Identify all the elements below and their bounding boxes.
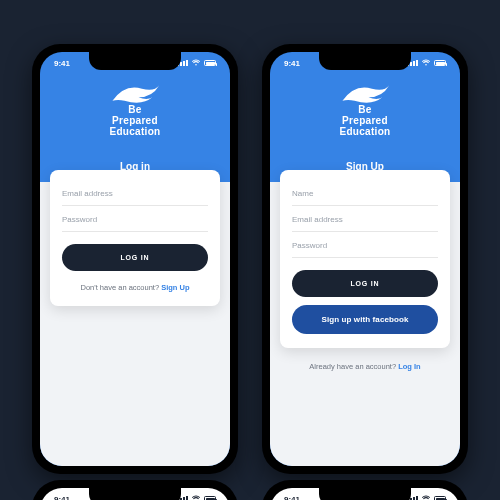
screen-login: 9:41 Be Prepared Education Log in xyxy=(40,52,230,466)
screen-credentials: 9:41 Credentials xyxy=(40,488,230,500)
signup-prompt: Don't have an account? Sign Up xyxy=(62,283,208,292)
battery-icon xyxy=(434,496,446,500)
header-signup: Be Prepared Education Sign Up xyxy=(270,74,460,182)
notch xyxy=(89,488,181,500)
facebook-signup-button[interactable]: Sign up with facebook xyxy=(292,305,438,334)
email-field[interactable]: Email address xyxy=(62,180,208,206)
password-field[interactable]: Password xyxy=(62,206,208,232)
battery-icon xyxy=(434,60,446,66)
status-indicators xyxy=(177,495,216,500)
brand-text: Be Prepared Education xyxy=(109,104,160,137)
notch xyxy=(89,52,181,70)
status-indicators xyxy=(177,59,216,67)
status-time: 9:41 xyxy=(284,495,300,501)
wifi-icon xyxy=(422,59,430,67)
notch xyxy=(319,52,411,70)
phone-credentials-peek: 9:41 Credentials xyxy=(32,480,238,500)
phone-add-credential-peek: 9:41 ✕ Add Credential Save xyxy=(262,480,468,500)
password-field[interactable]: Password xyxy=(292,232,438,258)
screen-signup: 9:41 Be Prepared Education Sign Up xyxy=(270,52,460,466)
wifi-icon xyxy=(192,495,200,500)
login-button[interactable]: LOG IN xyxy=(292,270,438,297)
status-time: 9:41 xyxy=(284,59,300,68)
notch xyxy=(319,488,411,500)
brand-logo: Be Prepared Education xyxy=(108,80,162,137)
phone-login-mock: 9:41 Be Prepared Education Log in xyxy=(32,44,238,474)
signup-link[interactable]: Sign Up xyxy=(161,283,189,292)
status-indicators xyxy=(407,59,446,67)
bird-icon xyxy=(108,80,162,106)
email-field[interactable]: Email address xyxy=(292,206,438,232)
login-button[interactable]: LOG IN xyxy=(62,244,208,271)
login-card: Email address Password LOG IN Don't have… xyxy=(50,170,220,306)
battery-icon xyxy=(204,60,216,66)
bird-icon xyxy=(338,80,392,106)
battery-icon xyxy=(204,496,216,500)
status-time: 9:41 xyxy=(54,495,70,501)
login-link[interactable]: Log In xyxy=(398,362,421,371)
wifi-icon xyxy=(192,59,200,67)
signup-card: Name Email address Password LOG IN Sign … xyxy=(280,170,450,348)
status-indicators xyxy=(407,495,446,500)
login-form-area: Email address Password LOG IN Don't have… xyxy=(40,182,230,466)
brand-logo: Be Prepared Education xyxy=(338,80,392,137)
status-time: 9:41 xyxy=(54,59,70,68)
header-login: Be Prepared Education Log in xyxy=(40,74,230,182)
screen-add-credential: 9:41 ✕ Add Credential Save xyxy=(270,488,460,500)
login-prompt: Already have an account? Log In xyxy=(270,362,460,371)
wifi-icon xyxy=(422,495,430,500)
name-field[interactable]: Name xyxy=(292,180,438,206)
signup-form-area: Name Email address Password LOG IN Sign … xyxy=(270,182,460,466)
phone-signup-mock: 9:41 Be Prepared Education Sign Up xyxy=(262,44,468,474)
brand-text: Be Prepared Education xyxy=(339,104,390,137)
